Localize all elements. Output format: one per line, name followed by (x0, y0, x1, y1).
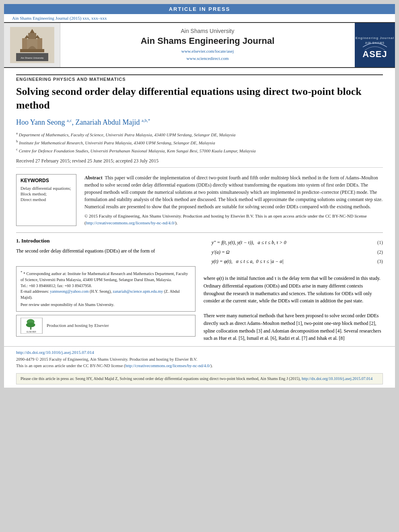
svg-point-18 (26, 322, 35, 327)
svg-text:ELSEVIER: ELSEVIER (27, 331, 36, 333)
journal-header-center: Ain Shams University Ain Shams Engineeri… (60, 23, 355, 67)
email2-link[interactable]: zanariah@science.upm.edu.my (113, 289, 163, 294)
journal-name: Ain Shams Engineering Journal (141, 36, 275, 46)
svg-rect-4 (37, 38, 42, 49)
abstract-copyright: © 2015 Faculty of Engineering, Ain Shams… (84, 213, 383, 226)
equation-2-formula: y′(a) = Ω (204, 249, 377, 256)
svg-rect-3 (22, 38, 27, 49)
email1-link[interactable]: yannseong@yahoo.com (50, 289, 88, 294)
elsevier-production-box: ELSEVIER Production and hosting by Elsev… (16, 315, 195, 337)
right-column: y″ = f(t, y(t), y(t − τ)), a ≤ t ≤ b, τ … (204, 237, 383, 342)
license-link[interactable]: http://creativecommons.org/licenses/by-n… (86, 220, 175, 225)
affiliation-c: c Centre for Defence Foundation Studies,… (16, 147, 383, 154)
main-content: ENGINEERING PHYSICS AND MATHEMATICS Solv… (4, 68, 395, 346)
citation-doi-link[interactable]: http://dx.doi.org/10.1016/j.asej.2015.07… (302, 376, 372, 381)
equation-2-row: y′(a) = Ω (2) (204, 249, 383, 256)
authors-line: Hoo Yann Seong a,c, Zanariah Abdul Majid… (16, 118, 383, 127)
bottom-meta-line2: 2090-4479 © 2015 Faculty of Engineering,… (16, 356, 383, 363)
banner-text: ARTICLE IN PRESS (169, 6, 230, 12)
citation-prefix: Please cite this article in press as: Se… (21, 376, 302, 381)
abstract-box: Abstract This paper will consider the im… (84, 174, 383, 226)
content-divider (16, 232, 383, 233)
equation-3-number: (3) (377, 258, 383, 265)
keywords-abstract-section: KEYWORDS Delay differential equations; B… (16, 174, 383, 226)
bottom-license-link[interactable]: http://creativecommons.org/licenses/by-n… (125, 364, 210, 368)
footnote-tel: Tel.: +60 3 89466812; fax: +60 3 8943795… (21, 283, 191, 289)
doi-link[interactable]: http://dx.doi.org/10.1016/j.asej.2015.07… (16, 350, 94, 355)
elsevier-logo: ELSEVIER (21, 318, 43, 334)
university-name: Ain Shams University (181, 28, 234, 34)
journal-url2[interactable]: www.sciencedirect.com (181, 55, 234, 62)
university-logo: Ain Shams University (10, 27, 54, 63)
equation-1-number: (1) (377, 239, 383, 246)
journal-header: Ain Shams University Ain Shams Universit… (4, 22, 395, 68)
equation-3-formula: y(t) = φ(t), α ≤ t ≤ a, 0 ≤ τ ≤ |a − α| (204, 258, 377, 265)
university-logo-container: Ain Shams University (4, 23, 60, 67)
svg-rect-8 (20, 49, 44, 52)
received-line: Received 27 February 2015; revised 25 Ju… (16, 158, 383, 168)
bottom-meta-line3: This is an open access article under the… (16, 363, 383, 369)
footnote-email: E-mail addresses: yannseong@yahoo.com (H… (21, 289, 191, 300)
journal-link-bar: Ain Shams Engineering Journal (2015) xxx… (4, 14, 395, 22)
bottom-metadata: http://dx.doi.org/10.1016/j.asej.2015.07… (4, 346, 395, 372)
main-two-col: 1. Introduction The second order delay d… (16, 237, 383, 342)
keywords-title: KEYWORDS (21, 178, 72, 183)
footnote-star: * * Corresponding author at: Institute f… (21, 270, 191, 283)
author1: Hoo Yann Seong a,c, Zanariah Abdul Majid… (16, 118, 150, 126)
svg-text:ASEJ: ASEJ (362, 49, 387, 59)
intro-para1: The second order delay differential equa… (16, 247, 195, 255)
keyword-1: Delay differential equations; (21, 186, 72, 191)
equation-3-row: y(t) = φ(t), α ≤ t ≤ a, 0 ≤ τ ≤ |a − α| … (204, 258, 383, 265)
elsevier-text: Production and hosting by Elsevier (47, 322, 109, 329)
abstract-label: Abstract (84, 175, 103, 181)
equation-1-row: y″ = f(t, y(t), y(t − τ)), a ≤ t ≤ b, τ … (204, 239, 383, 246)
intro-heading: 1. Introduction (16, 237, 195, 245)
affiliation-a: a Department of Mathematics, Faculty of … (16, 131, 383, 138)
peer-review-note: Peer review under responsibility of Ain … (21, 302, 191, 308)
abstract-text: This paper will consider the implementat… (84, 175, 383, 210)
right-col-text2: There were many numerical methods that h… (204, 312, 383, 342)
journal-link[interactable]: Ain Shams Engineering Journal (2015) xxx… (12, 16, 107, 21)
keyword-2: Block method; (21, 191, 72, 196)
keyword-3: Direct method (21, 197, 72, 202)
doi-line: http://dx.doi.org/10.1016/j.asej.2015.07… (16, 349, 383, 356)
footnote-box: * * Corresponding author at: Institute f… (16, 266, 195, 311)
affiliation-b: b Institute for Mathematical Research, U… (16, 139, 383, 146)
affiliations: a Department of Mathematics, Faculty of … (16, 131, 383, 154)
svg-text:Ain Shams University: Ain Shams University (21, 57, 43, 59)
equation-1-formula: y″ = f(t, y(t), y(t − τ)), a ≤ t ≤ b, τ … (204, 239, 377, 246)
journal-url1[interactable]: www.elsevier.com/locate/asej (181, 48, 234, 55)
citation-box: Please cite this article in press as: Se… (16, 373, 383, 384)
asej-logo-container: Engineering Journal AIN SHAMS ASEJ (355, 23, 395, 67)
left-column: 1. Introduction The second order delay d… (16, 237, 195, 342)
svg-text:Engineering Journal: Engineering Journal (356, 36, 394, 40)
paper-title: Solving second order delay differential … (16, 85, 383, 112)
article-in-press-banner: ARTICLE IN PRESS (4, 4, 395, 14)
journal-urls: www.elsevier.com/locate/asej www.science… (181, 48, 234, 62)
section-tag: ENGINEERING PHYSICS AND MATHEMATICS (16, 74, 383, 82)
equation-2-number: (2) (377, 249, 383, 256)
right-col-text1: where φ(t) is the initial function and τ… (204, 275, 383, 304)
keywords-box: KEYWORDS Delay differential equations; B… (16, 174, 76, 226)
page: ARTICLE IN PRESS Ain Shams Engineering J… (4, 4, 395, 388)
and-conjunction: and (263, 328, 270, 334)
